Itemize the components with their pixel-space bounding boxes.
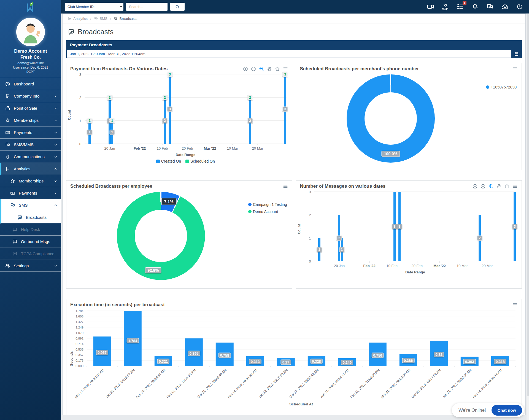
sidebar-item-memberships[interactable]: Memberships xyxy=(0,114,61,126)
search-button[interactable] xyxy=(170,3,185,11)
x-tick-label: 10 Feb xyxy=(157,146,168,150)
avatar[interactable] xyxy=(16,18,45,46)
plot: 01231213323 xyxy=(314,192,516,261)
sidebar-item-payments[interactable]: Payments xyxy=(0,126,61,138)
messages-button[interactable] xyxy=(486,3,494,10)
app-logo[interactable] xyxy=(0,0,61,15)
chart-panel-payment-item-broadcasts: Payment Item Broadcasts On Various Dates… xyxy=(66,63,292,170)
chevron-down-icon xyxy=(53,118,58,123)
care-button[interactable] xyxy=(442,3,449,10)
legend-item[interactable]: Created On xyxy=(156,159,181,163)
page-title-row: Broadcasts xyxy=(63,23,525,40)
chat-bubbles-icon xyxy=(5,142,10,147)
chart-menu-icon[interactable] xyxy=(512,66,518,72)
y-axis-title: Count xyxy=(297,192,301,266)
cash-register-icon xyxy=(5,106,10,111)
x-tick-mark xyxy=(232,144,233,145)
legend-label: Demo Account xyxy=(253,209,278,214)
grid-line xyxy=(87,338,515,338)
x-tick-mark xyxy=(417,261,417,263)
legend-item[interactable]: +18507572830 xyxy=(486,85,517,89)
legend-item[interactable]: Demo Account xyxy=(248,209,278,214)
zoom-out-icon[interactable] xyxy=(480,184,486,189)
sidebar-item-analytics-sms[interactable]: SMS xyxy=(0,199,61,211)
x-tick-label: 10 Feb xyxy=(386,264,397,268)
star-icon xyxy=(5,118,10,123)
y-axis-title: Count xyxy=(68,74,71,155)
breadcrumb-analytics[interactable]: Analytics xyxy=(68,17,88,21)
sidebar-item-analytics-memberships[interactable]: Memberships xyxy=(0,175,61,187)
pan-icon[interactable] xyxy=(496,184,502,189)
scrollbar-thumb[interactable] xyxy=(527,14,529,396)
sidebar-item-analytics[interactable]: Analytics xyxy=(0,163,61,175)
hand-heart-icon xyxy=(442,3,449,10)
chart-menu-icon[interactable] xyxy=(283,184,288,189)
data-label-scheduled: 1 xyxy=(110,118,115,123)
calendar-icon xyxy=(514,52,519,56)
logout-button[interactable] xyxy=(516,3,523,10)
zoom-in-icon[interactable] xyxy=(472,184,478,189)
y-tick-label: 1.606 xyxy=(75,315,83,318)
legend-item[interactable]: Campaign 1 Testing xyxy=(248,202,287,207)
grid-line xyxy=(87,360,515,360)
sidebar-item-settings[interactable]: Settings xyxy=(0,260,61,272)
sidebar-item-outbound-msgs[interactable]: Outbound Msgs xyxy=(0,235,61,247)
reset-zoom-icon[interactable] xyxy=(504,184,510,189)
grid-line xyxy=(87,333,515,333)
sidebar-item-broadcasts[interactable]: Broadcasts xyxy=(0,211,61,223)
chart-menu-icon[interactable] xyxy=(283,66,288,72)
pan-icon[interactable] xyxy=(267,66,272,72)
x-axis-title: Date Range xyxy=(85,153,287,157)
chart-menu-icon[interactable] xyxy=(512,302,518,308)
chart-broadcasts-per-phone: 100.0%+18507572830 xyxy=(296,72,522,167)
legend-marker xyxy=(156,160,160,163)
data-label: 0.756 xyxy=(372,353,384,358)
data-label: 0.328 xyxy=(310,359,323,364)
data-label-scheduled: 2 xyxy=(162,95,168,100)
chevron-down-icon xyxy=(53,191,58,195)
data-label: 3 xyxy=(392,224,397,229)
date-range-field[interactable]: Jan 1, 2022 12:00am - Mar 31, 2022 11:04… xyxy=(67,50,511,58)
chart-legend: Campaign 1 TestingDemo Account xyxy=(248,202,287,214)
calendar-button[interactable] xyxy=(511,50,521,58)
sidebar-item-point-of-sale[interactable]: Point of Sale xyxy=(0,102,61,114)
video-camera-icon xyxy=(427,3,434,10)
chevron-up-icon xyxy=(53,167,58,171)
reset-zoom-icon[interactable] xyxy=(275,66,280,72)
chart-menu-icon[interactable] xyxy=(512,184,518,189)
sidebar-item-tcpa-compliance[interactable]: TCPA Compliance xyxy=(0,247,61,260)
sidebar-item-dashboard[interactable]: Dashboard xyxy=(0,78,61,90)
legend-item[interactable]: Scheduled On xyxy=(185,159,215,163)
scrollbar[interactable] xyxy=(527,14,529,420)
member-filter-select[interactable]: Club Member ID: xyxy=(65,3,123,11)
x-tick-mark xyxy=(179,366,179,367)
sidebar-item-sms-mms[interactable]: SMS/MMS xyxy=(0,138,61,150)
broadcast-bubble-icon xyxy=(114,17,118,21)
data-label: 0.303 xyxy=(463,359,476,364)
sidebar-item-company-info[interactable]: Company Info xyxy=(0,90,61,102)
notifications-button[interactable] xyxy=(471,3,479,10)
chat-now-button[interactable]: Chat now xyxy=(492,405,522,416)
y-tick-label: 0.000 xyxy=(75,364,83,368)
breadcrumb-sms[interactable]: SMS xyxy=(94,17,107,21)
chart-panel-broadcasts-per-employee: Scheduled Broadcasts per employee 7.1%92… xyxy=(66,180,292,289)
x-tick-label: Mar '22 xyxy=(433,264,446,268)
zoom-out-icon[interactable] xyxy=(251,66,256,72)
zoom-in-icon[interactable] xyxy=(243,66,248,72)
y-tick-label: 0.357 xyxy=(75,353,83,357)
downloads-button[interactable] xyxy=(501,3,509,10)
data-label: 0.313 xyxy=(249,359,261,364)
sidebar-item-help-desk[interactable]: Help Desk xyxy=(0,223,61,235)
sidebar-item-communications[interactable]: Communications xyxy=(0,150,61,163)
selection-zoom-icon[interactable] xyxy=(488,184,494,189)
power-icon xyxy=(516,3,523,10)
tasks-button[interactable]: 1 xyxy=(457,3,464,10)
money-icon xyxy=(5,130,10,135)
data-label: 2 xyxy=(247,118,253,123)
plot-area: Seconds0.0000.1780.3570.5350.7140.8921.0… xyxy=(87,311,515,414)
selection-zoom-icon[interactable] xyxy=(259,66,264,72)
sidebar-item-analytics-payments[interactable]: Payments xyxy=(0,187,61,199)
video-call-button[interactable] xyxy=(427,3,434,10)
y-tick-label: 1.249 xyxy=(75,326,83,329)
search-input[interactable] xyxy=(126,3,168,11)
